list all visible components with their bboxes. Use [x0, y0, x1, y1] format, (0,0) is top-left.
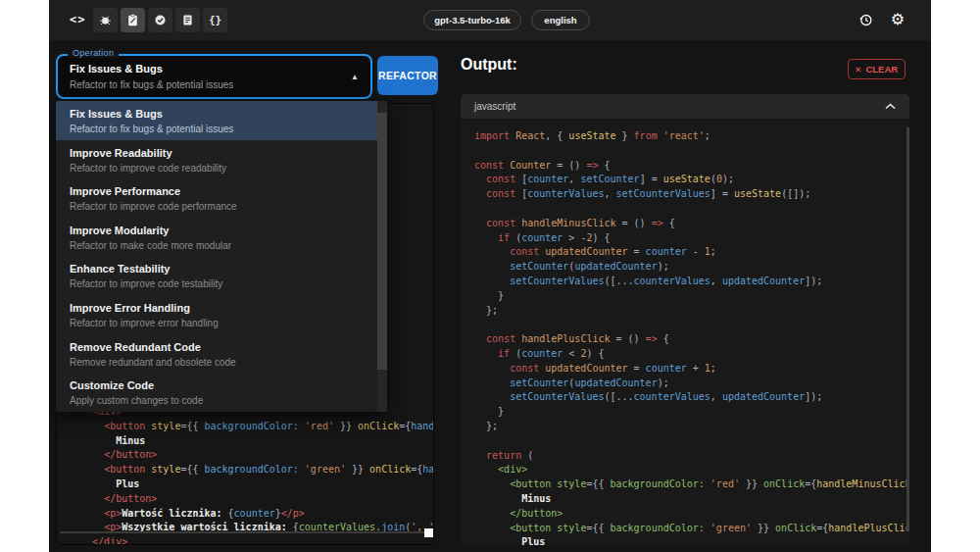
code-line: </button>: [69, 492, 434, 507]
code-line: <button style={{ backgroundColor: 'green…: [69, 463, 434, 477]
code-line: Plus: [474, 535, 909, 545]
operation-dropdown-list: Fix Issues & BugsRefactor to fix bugs & …: [56, 101, 387, 412]
output-code-block: javascript import React, { useState } fr…: [461, 94, 909, 545]
option-title: Improve Modularity: [70, 224, 373, 237]
output-code-header: javascript: [461, 94, 909, 119]
app-window: <> {} gpt-3.5-turbo-16k english ⚙: [49, 0, 931, 552]
operation-dropdown: Fix Issues & BugsRefactor to fix bugs & …: [56, 101, 387, 412]
code-line: <button style={{ backgroundColor: 'green…: [474, 522, 909, 536]
option-subtitle: Refactor to improve code testability: [70, 277, 373, 290]
code-line: return (: [474, 449, 909, 464]
code-line: <button style={{ backgroundColor: 'red' …: [69, 420, 434, 434]
code-line: const [counterValues, setCounterValues] …: [474, 187, 909, 202]
option-title: Remove Redundant Code: [70, 340, 373, 354]
operation-selected-title: Fix Issues & Bugs: [70, 63, 163, 75]
dropdown-scrollbar-thumb[interactable]: [377, 113, 387, 370]
dropdown-option-4[interactable]: Enhance TestabilityRefactor to improve c…: [56, 256, 387, 295]
code-line: setCounter(updatedCounter);: [474, 260, 909, 275]
code-line: </button>: [69, 448, 434, 463]
code-line: if (counter < 2) {: [474, 347, 909, 362]
top-nav: {}: [93, 8, 227, 32]
option-subtitle: Refactor to make code more modular: [70, 239, 373, 252]
code-line: Minus: [69, 434, 434, 449]
option-subtitle: Refactor to improve error handling: [70, 317, 373, 329]
code-line: setCounterValues([...counterValues, upda…: [474, 390, 909, 405]
editor-horizontal-scrollbar[interactable]: [60, 531, 430, 533]
code-line: const updatedCounter = counter + 1;: [474, 362, 909, 376]
code-line: Minus: [474, 492, 909, 507]
code-line: </button>: [474, 507, 909, 522]
option-subtitle: Refactor to fix bugs & potential issues: [70, 123, 373, 135]
editor-scrollbar-thumb[interactable]: [424, 528, 433, 537]
dropdown-option-3[interactable]: Improve ModularityRefactor to make code …: [56, 218, 387, 257]
code-line: setCounterValues([...counterValues, upda…: [474, 275, 909, 289]
dropdown-option-0[interactable]: Fix Issues & BugsRefactor to fix bugs & …: [56, 101, 387, 140]
option-title: Enhance Testability: [70, 262, 373, 276]
option-subtitle: Apply custom changes to code: [70, 394, 373, 407]
code-line: const [counter, setCounter] = useState(0…: [474, 173, 909, 187]
code-line: [474, 202, 909, 217]
dropdown-option-6[interactable]: Remove Redundant CodeRemove redundant an…: [56, 334, 387, 374]
option-title: Fix Issues & Bugs: [70, 107, 373, 121]
language-pill[interactable]: english: [531, 10, 590, 30]
option-subtitle: Refactor to improve code readability: [70, 162, 373, 175]
chevron-up-icon: ▲: [351, 73, 359, 81]
model-pill[interactable]: gpt-3.5-turbo-16k: [423, 10, 521, 30]
code-line: };: [474, 420, 909, 434]
output-code: import React, { useState } from 'react';…: [474, 129, 909, 545]
editor-code[interactable]: return ( <div> <button style={{ backgrou…: [69, 390, 434, 545]
bug-icon[interactable]: [93, 8, 118, 32]
code-line: const handleMinusClick = () => {: [474, 217, 909, 231]
code-line: </div>: [69, 535, 434, 545]
code-line: <div>: [474, 463, 909, 477]
code-line: };: [474, 304, 909, 319]
dropdown-option-5[interactable]: Improve Error HandlingRefactor to improv…: [56, 295, 387, 334]
code-line: const updatedCounter = counter - 1;: [474, 245, 909, 260]
dropdown-option-2[interactable]: Improve PerformanceRefactor to improve c…: [56, 178, 387, 218]
code-line: }: [474, 405, 909, 420]
settings-gear-icon[interactable]: ⚙: [886, 8, 909, 31]
code-line: [474, 144, 909, 159]
braces-icon[interactable]: {}: [203, 8, 227, 32]
code-line: }: [474, 289, 909, 304]
code-logo-icon: <>: [70, 13, 85, 26]
dropdown-option-1[interactable]: Improve ReadabilityRefactor to improve c…: [56, 140, 387, 179]
refactor-button[interactable]: REFACTOR: [377, 56, 438, 95]
code-line: <p>Wartość licznika: {counter}</p>: [69, 507, 434, 522]
operation-select[interactable]: Operation Fix Issues & Bugs Refactor to …: [56, 54, 372, 99]
option-subtitle: Refactor to improve code performance: [70, 200, 373, 213]
document-icon[interactable]: [175, 8, 200, 32]
output-heading: Output:: [461, 56, 517, 74]
code-line: [474, 318, 909, 332]
code-line: const handlePlusClick = () => {: [474, 332, 909, 347]
operation-select-label: Operation: [68, 48, 119, 58]
clipboard-edit-icon[interactable]: [121, 8, 145, 32]
shield-check-icon[interactable]: [148, 8, 172, 32]
collapse-chevron-icon[interactable]: [885, 103, 896, 110]
top-bar: <> {} gpt-3.5-turbo-16k english ⚙: [49, 0, 931, 40]
history-icon[interactable]: [854, 8, 877, 31]
option-subtitle: Remove redundant and obsolete code: [70, 356, 373, 369]
code-line: setCounter(updatedCounter);: [474, 376, 909, 391]
topbar-right-actions: ⚙: [854, 8, 909, 31]
code-line: [474, 434, 909, 449]
option-title: Improve Performance: [70, 184, 373, 198]
clear-button[interactable]: × CLEAR: [848, 59, 906, 79]
code-line: if (counter > -2) {: [474, 231, 909, 246]
option-title: Customize Code: [70, 378, 373, 392]
clear-button-label: CLEAR: [865, 64, 898, 75]
code-line: import React, { useState } from 'react';: [474, 129, 909, 144]
option-title: Improve Error Handling: [70, 301, 373, 315]
dropdown-option-7[interactable]: Customize CodeApply custom changes to co…: [56, 373, 387, 412]
operation-selected-subtitle: Refactor to fix bugs & potential issues: [70, 79, 233, 90]
option-title: Improve Readability: [70, 146, 373, 160]
code-line: <button style={{ backgroundColor: 'red' …: [474, 477, 909, 492]
output-scrollbar-thumb[interactable]: [906, 127, 909, 531]
code-line: const Counter = () => {: [474, 159, 909, 174]
clear-x-icon: ×: [856, 64, 861, 75]
code-line: Plus: [69, 477, 434, 492]
code-language-label: javascript: [474, 101, 515, 112]
